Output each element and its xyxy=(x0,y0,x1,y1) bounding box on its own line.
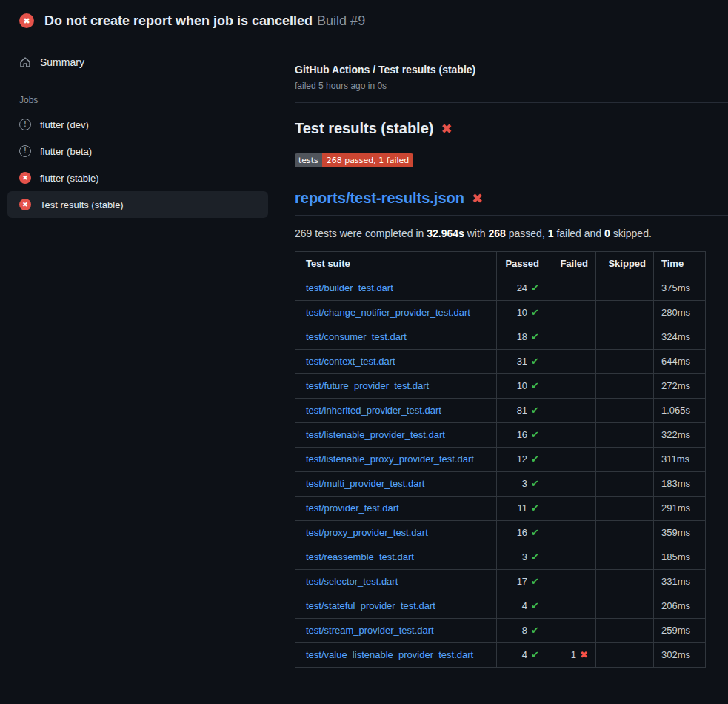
passed-cell-count: 81 xyxy=(517,405,527,416)
passed-cell-count: 4 xyxy=(522,649,527,660)
x-circle-icon: ✖ xyxy=(19,172,31,184)
table-row: test/proxy_provider_test.dart16✔359ms xyxy=(295,521,706,545)
failed-cell xyxy=(547,521,596,545)
suite-cell: test/multi_provider_test.dart xyxy=(295,472,497,497)
table-row: test/provider_test.dart11✔291ms xyxy=(295,497,706,521)
breadcrumb: GitHub Actions / Test results (stable) xyxy=(295,64,728,76)
sidebar-item-summary[interactable]: Summary xyxy=(7,49,268,76)
suite-link[interactable]: test/listenable_proxy_provider_test.dart xyxy=(306,454,474,465)
pass-check-icon: ✔ xyxy=(531,649,539,660)
passed-cell: 10✔ xyxy=(497,301,547,325)
failed-cell xyxy=(547,497,596,521)
skipped-cell xyxy=(596,448,654,472)
time-cell: 324ms xyxy=(654,325,706,350)
suite-link[interactable]: test/builder_test.dart xyxy=(306,282,393,293)
fail-x-icon: ✖ xyxy=(580,649,588,660)
sidebar-item-job-3[interactable]: ✖Test results (stable) xyxy=(7,191,268,218)
pass-check-icon: ✔ xyxy=(531,429,539,440)
workflow-run-title: Do not create report when job is cancell… xyxy=(44,13,313,28)
table-row: test/builder_test.dart24✔375ms xyxy=(295,276,706,301)
tests-badge-label: tests xyxy=(295,153,322,167)
suite-link[interactable]: test/consumer_test.dart xyxy=(306,331,407,342)
suite-link[interactable]: test/listenable_provider_test.dart xyxy=(306,429,445,440)
x-circle-icon: ✖ xyxy=(19,199,31,210)
time-cell: 375ms xyxy=(654,276,706,301)
job-label: flutter (dev) xyxy=(40,119,89,130)
table-row: test/value_listenable_provider_test.dart… xyxy=(295,643,706,668)
time-cell: 644ms xyxy=(654,350,706,374)
suite-cell: test/context_test.dart xyxy=(295,350,497,374)
section-title: Test results (stable) ✖ xyxy=(295,120,728,137)
failed-cell xyxy=(547,350,596,374)
summary-text: 269 tests were completed in xyxy=(295,228,427,239)
sidebar-item-job-0[interactable]: !flutter (dev) xyxy=(7,111,268,138)
build-failed-icon: ✖ xyxy=(19,13,34,28)
passed-cell: 11✔ xyxy=(497,497,547,521)
suite-link[interactable]: test/proxy_provider_test.dart xyxy=(306,527,428,538)
passed-cell-count: 11 xyxy=(518,502,528,514)
table-row: test/listenable_provider_test.dart16✔322… xyxy=(295,423,706,448)
table-row: test/stream_provider_test.dart8✔259ms xyxy=(295,619,706,643)
skipped-cell xyxy=(596,594,654,619)
job-label: Test results (stable) xyxy=(40,199,124,210)
pass-check-icon: ✔ xyxy=(531,527,539,538)
passed-cell-count: 3 xyxy=(522,551,527,562)
passed-cell: 3✔ xyxy=(497,545,547,570)
th-passed: Passed xyxy=(497,252,547,276)
passed-cell: 16✔ xyxy=(497,423,547,448)
suite-cell: test/future_provider_test.dart xyxy=(295,374,497,399)
failed-cell xyxy=(547,570,596,594)
suite-cell: test/selector_test.dart xyxy=(295,570,497,594)
suite-cell: test/provider_test.dart xyxy=(295,497,497,521)
suite-link[interactable]: test/value_listenable_provider_test.dart xyxy=(306,649,473,660)
suite-link[interactable]: test/stateful_provider_test.dart xyxy=(306,600,435,611)
suite-cell: test/reassemble_test.dart xyxy=(295,545,497,570)
skipped-cell xyxy=(596,301,654,325)
suite-cell: test/consumer_test.dart xyxy=(295,325,497,350)
sidebar-item-job-1[interactable]: !flutter (beta) xyxy=(7,138,268,165)
time-cell: 185ms xyxy=(654,545,706,570)
passed-cell-count: 10 xyxy=(517,307,527,318)
suite-link[interactable]: test/multi_provider_test.dart xyxy=(306,478,424,489)
suite-link[interactable]: test/change_notifier_provider_test.dart xyxy=(306,307,470,318)
main-layout: Summary Jobs !flutter (dev)!flutter (bet… xyxy=(0,39,728,668)
pass-check-icon: ✔ xyxy=(531,380,539,391)
summary-failed-count: 1 xyxy=(548,228,554,239)
suite-cell: test/stateful_provider_test.dart xyxy=(295,594,497,619)
failed-cell xyxy=(547,545,596,570)
table-row: test/listenable_proxy_provider_test.dart… xyxy=(295,448,706,472)
failed-cell xyxy=(547,301,596,325)
time-cell: 322ms xyxy=(654,423,706,448)
table-row: test/reassemble_test.dart3✔185ms xyxy=(295,545,706,570)
home-icon xyxy=(19,56,31,68)
sidebar-item-job-2[interactable]: ✖flutter (stable) xyxy=(7,165,268,191)
suite-link[interactable]: test/context_test.dart xyxy=(306,356,395,367)
table-row: test/multi_provider_test.dart3✔183ms xyxy=(295,472,706,497)
suite-link[interactable]: test/future_provider_test.dart xyxy=(306,380,429,391)
skipped-cell xyxy=(596,423,654,448)
summary-skipped-count: 0 xyxy=(604,228,610,239)
suite-cell: test/proxy_provider_test.dart xyxy=(295,521,497,545)
summary-text: passed, xyxy=(506,228,548,239)
suite-link[interactable]: test/reassemble_test.dart xyxy=(306,551,414,562)
skipped-cell xyxy=(596,325,654,350)
suite-link[interactable]: test/provider_test.dart xyxy=(306,502,399,514)
job-label: flutter (beta) xyxy=(40,146,92,157)
failed-cell xyxy=(547,423,596,448)
suite-link[interactable]: test/inherited_provider_test.dart xyxy=(306,405,441,416)
skipped-cell xyxy=(596,497,654,521)
suite-link[interactable]: test/selector_test.dart xyxy=(306,576,398,587)
sidebar: Summary Jobs !flutter (dev)!flutter (bet… xyxy=(0,39,281,218)
failed-x-icon: ✖ xyxy=(441,122,452,136)
summary-duration: 32.964s xyxy=(427,228,464,239)
skipped-cell xyxy=(596,350,654,374)
passed-cell: 31✔ xyxy=(497,350,547,374)
time-cell: 259ms xyxy=(654,619,706,643)
report-file-link[interactable]: reports/test-results.json xyxy=(295,190,464,207)
tests-badge: tests 268 passed, 1 failed xyxy=(295,153,413,167)
table-header-row: Test suite Passed Failed Skipped Time xyxy=(295,252,706,276)
passed-cell: 18✔ xyxy=(497,325,547,350)
pass-check-icon: ✔ xyxy=(531,454,539,465)
suite-link[interactable]: test/stream_provider_test.dart xyxy=(306,625,434,636)
job-label: flutter (stable) xyxy=(40,173,98,184)
